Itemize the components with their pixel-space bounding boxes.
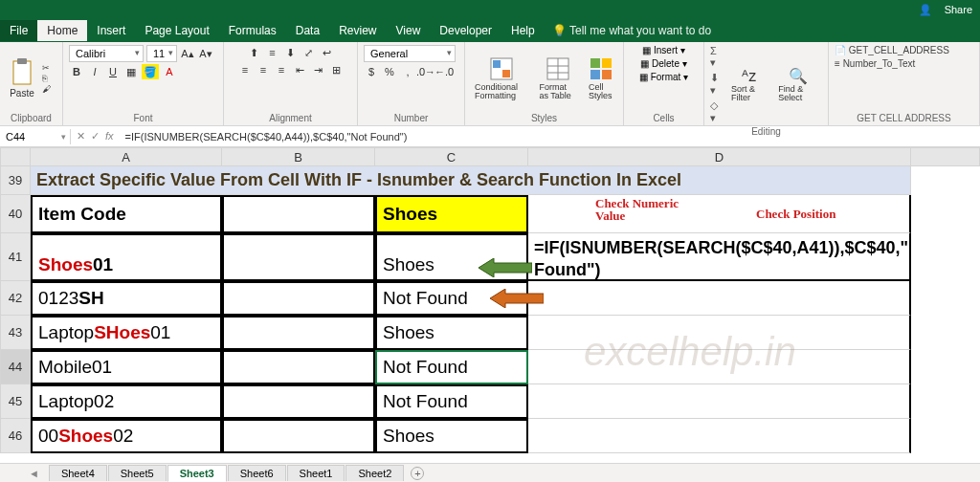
align-bottom-icon[interactable]: ⬇ [283, 45, 299, 60]
cell-title[interactable]: Extract Specific Value From Cell With IF… [31, 166, 911, 195]
increase-decimal-icon[interactable]: .0→ [418, 64, 434, 79]
cancel-fx-icon[interactable]: ✕ [77, 130, 85, 142]
cell-B40[interactable] [222, 195, 375, 233]
fill-color-icon[interactable]: 🪣 [142, 64, 159, 79]
autosum-icon[interactable]: Σ ▾ [710, 45, 724, 69]
macro-get-cell-address[interactable]: 📄 GET_CELL_ADDRESS [835, 45, 949, 55]
decrease-font-icon[interactable]: A▾ [198, 46, 213, 61]
col-B[interactable]: B [222, 147, 375, 166]
font-size-combo[interactable]: 11 [146, 45, 177, 62]
tab-data[interactable]: Data [286, 20, 329, 41]
underline-button[interactable]: U [105, 64, 121, 79]
border-icon[interactable]: ▦ [123, 64, 139, 79]
wrap-text-icon[interactable]: ↩ [320, 45, 335, 60]
cell-D41[interactable]: =IF(ISNUMBER(SEARCH($C$40,A41)),$C$40,"N… [528, 233, 911, 281]
indent-left-icon[interactable]: ⇤ [292, 62, 307, 77]
merge-icon[interactable]: ⊞ [328, 62, 344, 77]
tab-view[interactable]: View [387, 20, 431, 41]
format-as-table-button[interactable]: Format as Table [535, 55, 580, 102]
tab-review[interactable]: Review [329, 20, 386, 41]
cell-A45[interactable]: Laptop02 [31, 384, 222, 419]
sheet-tab-6[interactable]: Sheet6 [228, 465, 286, 481]
tab-file[interactable]: File [0, 20, 37, 41]
sheet-tab-3[interactable]: Sheet3 [167, 465, 227, 482]
tab-nav-prev[interactable]: ◄ [29, 468, 39, 479]
cell-C44-active[interactable]: Not Found [375, 350, 528, 384]
row-44[interactable]: 44 [0, 350, 31, 384]
format-painter-icon[interactable]: 🖌 [42, 84, 51, 94]
cell-styles-button[interactable]: Cell Styles [585, 55, 617, 102]
row-40[interactable]: 40 [0, 195, 31, 233]
insert-cells-button[interactable]: ▦ Insert ▾ [642, 45, 685, 55]
cell-B42[interactable] [222, 281, 375, 316]
name-box[interactable]: C44 [0, 129, 71, 144]
indent-right-icon[interactable]: ⇥ [310, 62, 325, 77]
col-D[interactable]: D [528, 147, 911, 166]
increase-font-icon[interactable]: A▴ [180, 46, 195, 61]
percent-icon[interactable]: % [382, 64, 397, 79]
cell-A41[interactable]: Shoes01 [31, 233, 222, 281]
orientation-icon[interactable]: ⤢ [301, 45, 317, 60]
cell-B41[interactable] [222, 233, 375, 281]
bold-button[interactable]: B [69, 64, 84, 79]
fx-icon[interactable]: fx [105, 130, 114, 142]
enter-fx-icon[interactable]: ✓ [91, 130, 100, 142]
tab-developer[interactable]: Developer [430, 20, 501, 41]
cell-A44[interactable]: Mobile01 [31, 350, 222, 384]
col-A[interactable]: A [31, 147, 222, 166]
comma-icon[interactable]: , [400, 64, 415, 79]
col-next[interactable] [911, 147, 980, 166]
col-C[interactable]: C [375, 147, 528, 166]
cut-icon[interactable]: ✂ [42, 63, 51, 73]
sheet-tab-4[interactable]: Sheet4 [49, 465, 107, 481]
row-41[interactable]: 41 [0, 233, 31, 281]
decrease-decimal-icon[interactable]: ←.0 [436, 64, 452, 79]
sort-filter-button[interactable]: ᴬzSort & Filter [727, 65, 770, 104]
row-42[interactable]: 42 [0, 281, 31, 316]
find-select-button[interactable]: 🔍Find & Select [774, 65, 822, 104]
tab-insert[interactable]: Insert [87, 20, 135, 41]
formula-input[interactable]: =IF(ISNUMBER(SEARCH($C$40,A44)),$C$40,"N… [120, 129, 980, 144]
cell-D45[interactable] [528, 384, 911, 419]
cell-C45[interactable]: Not Found [375, 384, 528, 419]
cell-A42[interactable]: 0123SH [31, 281, 222, 316]
tab-help[interactable]: Help [501, 20, 545, 41]
cell-B44[interactable] [222, 350, 375, 384]
share-button[interactable]: 👤 Share [919, 4, 972, 16]
align-middle-icon[interactable]: ≡ [265, 45, 280, 60]
clear-icon[interactable]: ◇ ▾ [710, 99, 724, 124]
macro-number-to-text[interactable]: ≡ Number_To_Text [835, 58, 915, 69]
align-top-icon[interactable]: ⬆ [247, 45, 262, 60]
cell-B46[interactable] [222, 419, 375, 453]
tab-formulas[interactable]: Formulas [219, 20, 286, 41]
align-right-icon[interactable]: ≡ [274, 62, 289, 77]
sheet-tab-5[interactable]: Sheet5 [108, 465, 167, 481]
tell-me-search[interactable]: 💡 Tell me what you want to do [552, 24, 711, 37]
font-color-icon[interactable]: A [162, 64, 177, 79]
select-all-corner[interactable] [0, 147, 31, 166]
cell-A43[interactable]: LaptopSHoes01 [31, 316, 222, 350]
cell-B43[interactable] [222, 316, 375, 350]
cell-C43[interactable]: Shoes [375, 316, 528, 350]
tab-page-layout[interactable]: Page Layout [135, 20, 218, 41]
sheet-tab-1[interactable]: Sheet1 [287, 465, 345, 481]
cell-A46[interactable]: 00Shoes02 [31, 419, 222, 453]
cell-D43[interactable] [528, 316, 911, 350]
currency-icon[interactable]: $ [364, 64, 379, 79]
row-45[interactable]: 45 [0, 384, 31, 419]
fill-icon[interactable]: ⬇ ▾ [710, 72, 724, 97]
cell-A40[interactable]: Item Code [31, 195, 222, 233]
conditional-formatting-button[interactable]: Conditional Formatting [471, 55, 531, 102]
cell-D46[interactable] [528, 419, 911, 453]
align-left-icon[interactable]: ≡ [237, 62, 253, 77]
paste-button[interactable]: Paste [6, 55, 38, 100]
new-sheet-button[interactable]: + [411, 467, 424, 480]
cells-grid[interactable]: Extract Specific Value From Cell With IF… [31, 166, 980, 463]
row-39[interactable]: 39 [0, 166, 31, 195]
tab-home[interactable]: Home [37, 20, 87, 41]
align-center-icon[interactable]: ≡ [256, 62, 271, 77]
cell-D44[interactable] [528, 350, 911, 384]
row-43[interactable]: 43 [0, 316, 31, 350]
row-46[interactable]: 46 [0, 419, 31, 453]
delete-cells-button[interactable]: ▦ Delete ▾ [640, 58, 686, 69]
